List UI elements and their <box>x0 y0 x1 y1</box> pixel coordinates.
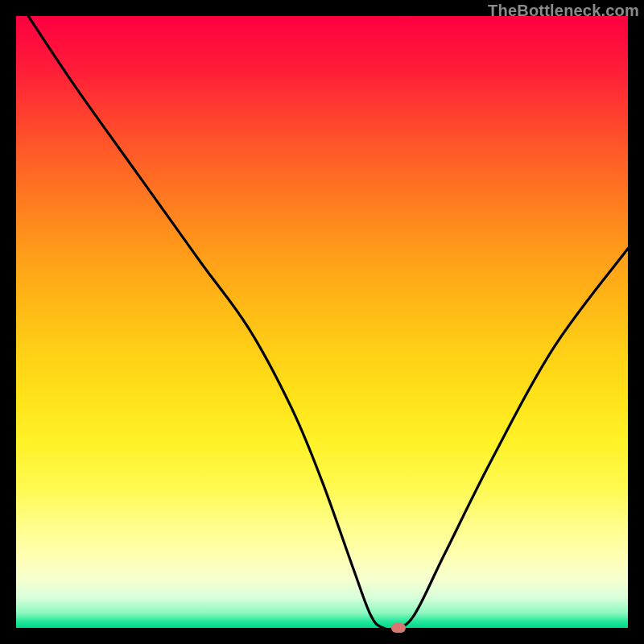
plot-area <box>16 16 628 628</box>
chart-container: TheBottleneck.com <box>0 0 644 644</box>
watermark-text: TheBottleneck.com <box>488 2 639 20</box>
bottleneck-curve <box>28 16 628 628</box>
curve-svg <box>16 16 628 628</box>
optimum-marker <box>391 623 406 633</box>
